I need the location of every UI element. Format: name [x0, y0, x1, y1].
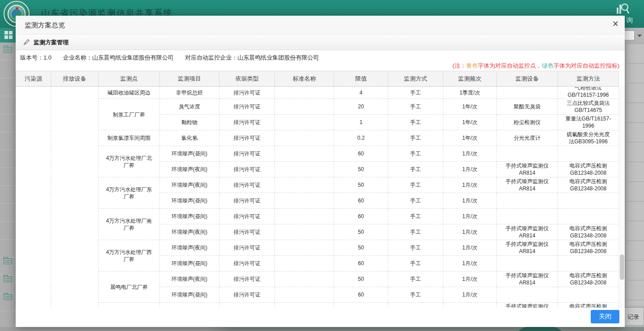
table-cell: 手工: [388, 240, 443, 256]
sidebar: [0, 43, 16, 327]
scrollbar-thumb[interactable]: [620, 254, 624, 280]
table-cell: 1月/次: [443, 209, 497, 224]
table-cell: 手工: [388, 256, 443, 271]
close-icon[interactable]: ×: [613, 19, 618, 29]
background-table-edge: [627, 43, 644, 305]
table-row: 4万方污水处理厂东 厂界环境噪声(夜间)排污许可证50手工1月/次手持式噪声监测…: [16, 177, 619, 193]
grid-icon[interactable]: [4, 31, 13, 39]
column-header: 依据类型: [219, 71, 275, 86]
table-cell: 环境噪声(昼间): [160, 193, 219, 209]
table-cell: 手持式噪声监测仪 AR814: [497, 162, 558, 177]
close-button[interactable]: 关闭: [591, 310, 619, 323]
table-cell: [160, 303, 219, 308]
search-label[interactable]: 询: [626, 16, 633, 25]
column-header: 监测方法: [558, 71, 619, 86]
table-cell: [16, 87, 51, 308]
table-cell: 环境噪声(昼间): [160, 146, 219, 162]
table-cell: 电容式声压检测 GB12348-2008: [558, 162, 619, 177]
table-cell: 排污许可证: [219, 115, 275, 130]
column-header: 监测频次: [443, 71, 497, 86]
table-cell: 1: [334, 115, 388, 130]
table-cell: 1月/次: [443, 271, 497, 287]
folder-icon[interactable]: [4, 258, 12, 264]
table-row: 手持式噪声监测仪 AR814电容式声压检测 GB12348-2008: [16, 303, 619, 308]
table-cell: [558, 256, 619, 271]
table-cell: 排污许可证: [219, 99, 275, 115]
table-cell: 4万方污水处理厂西 厂界: [99, 240, 160, 271]
table-cell: 聚酯无臭袋: [497, 99, 558, 115]
info-bar: 版本号：1.0 企业名称：山东晨鸣纸业集团股份有限公司 对应自动监控企业：山东晨…: [16, 50, 625, 71]
modal-titlebar: 监测方案总览 ×: [16, 16, 625, 34]
table-cell: 4万方污水处理厂南 厂界: [99, 209, 160, 240]
table-cell: 环境噪声(夜间): [160, 271, 219, 287]
caret-down-icon[interactable]: [637, 34, 642, 37]
apps-menu-button[interactable]: [582, 1, 598, 17]
table-cell: 制浆工厂厂界: [99, 99, 160, 130]
table-cell: [275, 240, 334, 256]
column-header: 监测项目: [160, 71, 219, 86]
version-label: 版本号：1.0: [20, 54, 52, 61]
table-cell: 氯化氢: [160, 130, 219, 146]
table-cell: [219, 303, 275, 308]
table-cell: 颗粒物: [160, 115, 219, 130]
table-cell: [497, 256, 558, 271]
table-cell: [558, 287, 619, 303]
table-cell: 三点比较式臭袋法 GB/T14675: [558, 99, 619, 115]
table-cell: 排污许可证: [219, 256, 275, 271]
table-cell: 晨鸣电厂北厂界: [99, 271, 160, 303]
folder-icon[interactable]: [4, 294, 12, 300]
table-cell: 60: [334, 193, 388, 209]
pencil-icon: [23, 39, 30, 46]
table-cell: 电容式声压检测 GB12348-2008: [558, 224, 619, 240]
modal-title: 监测方案总览: [25, 16, 65, 34]
table-cell: 手工: [388, 87, 443, 99]
note-part: 字体为对应自动监控指标): [554, 62, 619, 69]
column-header: 污染源: [16, 71, 51, 86]
table-cell: [558, 193, 619, 209]
table-cell: [275, 162, 334, 177]
table-cell: [497, 87, 558, 99]
table-cell: 排污许可证: [219, 224, 275, 240]
table-cell: [275, 287, 334, 303]
table-cell: [275, 130, 334, 146]
auto-company-label: 对应自动监控企业：山东晨鸣纸业集团股份有限公司: [185, 54, 319, 61]
monitoring-plan-modal: 监测方案总览 × 监测方案管理 版本号：1.0 企业名称：山东晨鸣纸业集团股份有…: [16, 16, 625, 327]
table-cell: [497, 209, 558, 224]
search-stats-icon[interactable]: [615, 1, 630, 16]
table-cell: [558, 146, 619, 162]
table-header-row: 污染源排放设备监测点监测项目依据类型标准名称限值监测方式监测频次监测设备监测方法: [16, 71, 619, 86]
table-cell: 手持式噪声监测仪 AR814: [497, 240, 558, 256]
company-label: 企业名称：山东晨鸣纸业集团股份有限公司: [63, 54, 174, 61]
table-cell: [388, 303, 443, 308]
logo-dot-icon: [16, 7, 18, 10]
table-cell: 制浆氯漂车间周围: [99, 130, 160, 146]
table-scrollbar[interactable]: [618, 86, 625, 308]
table-cell: 排污许可证: [219, 162, 275, 177]
table-cell: 环境噪声(昼间): [160, 287, 219, 303]
table-cell: [275, 224, 334, 240]
table-cell: 60: [334, 146, 388, 162]
table-cell: 电容式声压检测 GB12348-2008: [558, 303, 619, 308]
table-cell: [51, 87, 99, 308]
folder-icon[interactable]: [4, 276, 12, 282]
table-cell: 0.2: [334, 130, 388, 146]
table-cell: 60: [334, 256, 388, 271]
table-cell: 手工: [388, 115, 443, 130]
table-cell: 4万方污水处理厂东 厂界: [99, 177, 160, 209]
table-cell: [443, 303, 497, 308]
table-cell: [275, 115, 334, 130]
table-cell: 环境噪声(夜间): [160, 162, 219, 177]
table-cell: 50: [334, 224, 388, 240]
table-cell: 排污许可证: [219, 146, 275, 162]
table-cell: 环境噪声(夜间): [160, 240, 219, 256]
column-header: 监测点: [99, 71, 160, 86]
table-cell: [275, 303, 334, 308]
table-cell: 电容式声压检测 GB12348-2008: [558, 177, 619, 193]
column-header: 限值: [334, 71, 388, 86]
table-cell: 电容式声压检测 GB12348-2008: [558, 240, 619, 256]
table-row: 晨鸣电厂北厂界环境噪声(夜间)排污许可证50手工1月/次手持式噪声监测仪 AR8…: [16, 271, 619, 287]
table-cell: 手持式噪声监测仪 AR814: [497, 177, 558, 193]
table-cell: 1月/次: [443, 162, 497, 177]
table-cell: 碱回收油罐区周边: [99, 87, 160, 99]
folder-icon[interactable]: [4, 47, 12, 53]
